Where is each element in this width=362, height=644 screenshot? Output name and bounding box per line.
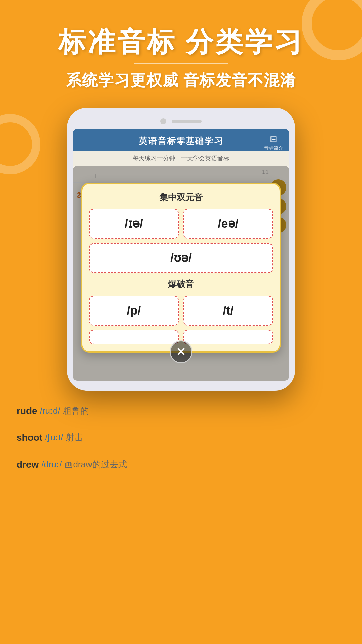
word-english-drew: drew bbox=[17, 459, 39, 470]
phonetic-grid-row2: /ʊə/ bbox=[89, 243, 273, 273]
word-chinese-rude: 粗鲁的 bbox=[63, 405, 89, 417]
word-entry-drew: drew /druː/ 画draw的过去式 bbox=[17, 451, 345, 478]
main-title: 标准音标 分类学习 bbox=[0, 27, 362, 57]
word-phonetic-rude: /ruːd/ bbox=[40, 406, 60, 416]
menu-label: 音标简介 bbox=[264, 145, 283, 151]
phonetic-card-ua-text: /ʊə/ bbox=[170, 251, 192, 265]
phonetic-card-ua[interactable]: /ʊə/ bbox=[89, 243, 273, 273]
phonetic-card-ia[interactable]: /ɪə/ bbox=[89, 209, 179, 239]
section2-title: 爆破音 bbox=[89, 278, 273, 290]
section1-title: 集中双元音 bbox=[89, 192, 273, 203]
word-english-rude: rude bbox=[17, 406, 37, 416]
close-btn-wrap: ✕ bbox=[170, 340, 192, 363]
word-phonetic-shoot: /ʃuːt/ bbox=[45, 432, 63, 443]
phonetic-card-ea[interactable]: /eə/ bbox=[183, 209, 273, 239]
title-divider bbox=[134, 63, 228, 64]
phonetic-card-partial-left[interactable] bbox=[89, 330, 179, 344]
app-content: T 11 发 ≡ › ‹ 集中双元音 bbox=[73, 166, 289, 381]
phonetic-card-p[interactable]: /p/ bbox=[89, 296, 179, 326]
phone-mockup-wrapper: 英语音标零基础学习 ⊟ 音标简介 每天练习十分钟，十天学会英语音标 T 11 bbox=[0, 108, 362, 391]
word-chinese-shoot: 射击 bbox=[66, 432, 83, 443]
word-entry-rude: rude /ruːd/ 粗鲁的 bbox=[17, 397, 345, 424]
word-phonetic-drew: /druː/ bbox=[41, 459, 62, 470]
word-entry-area: rude /ruːd/ 粗鲁的 shoot /ʃuːt/ 射击 drew /dr… bbox=[0, 397, 362, 478]
word-entry-shoot: shoot /ʃuːt/ 射击 bbox=[17, 424, 345, 451]
phonetic-card-ia-text: /ɪə/ bbox=[125, 217, 143, 231]
phonetic-card-ea-text: /eə/ bbox=[218, 217, 238, 231]
word-english-shoot: shoot bbox=[17, 432, 42, 443]
phonetic-card-t[interactable]: /t/ bbox=[183, 296, 273, 326]
word-chinese-drew: 画draw的过去式 bbox=[64, 459, 127, 470]
phonetic-grid-row1: /ɪə/ /eə/ bbox=[89, 209, 273, 239]
phone-speaker bbox=[172, 120, 202, 123]
app-header: 英语音标零基础学习 ⊟ 音标简介 bbox=[73, 129, 289, 151]
app-subtitle-text: 每天练习十分钟，十天学会英语音标 bbox=[133, 155, 229, 162]
app-header-right: ⊟ 音标简介 bbox=[264, 134, 283, 151]
menu-icon[interactable]: ⊟ bbox=[270, 134, 277, 144]
phone-camera bbox=[160, 118, 166, 124]
phonetic-card-t-text: /t/ bbox=[223, 304, 234, 318]
phonetic-card-p-text: /p/ bbox=[127, 304, 141, 318]
app-screen: 英语音标零基础学习 ⊟ 音标简介 每天练习十分钟，十天学会英语音标 T 11 bbox=[73, 129, 289, 381]
header-area: 标准音标 分类学习 系统学习更权威 音标发音不混淆 bbox=[0, 0, 362, 101]
subtitle: 系统学习更权威 音标发音不混淆 bbox=[0, 70, 362, 91]
app-subtitle-bar: 每天练习十分钟，十天学会英语音标 bbox=[73, 151, 289, 166]
phonetic-grid-row3: /p/ /t/ bbox=[89, 296, 273, 326]
phone-mockup: 英语音标零基础学习 ⊟ 音标简介 每天练习十分钟，十天学会英语音标 T 11 bbox=[67, 108, 295, 391]
phone-top-bar bbox=[73, 115, 289, 129]
popup-panel: 集中双元音 /ɪə/ /eə/ /ʊə/ bbox=[81, 183, 281, 353]
phonetic-card-partial-right[interactable] bbox=[183, 330, 273, 344]
app-title: 英语音标零基础学习 bbox=[139, 135, 223, 147]
close-icon: ✕ bbox=[176, 345, 186, 359]
close-button[interactable]: ✕ bbox=[170, 340, 192, 363]
